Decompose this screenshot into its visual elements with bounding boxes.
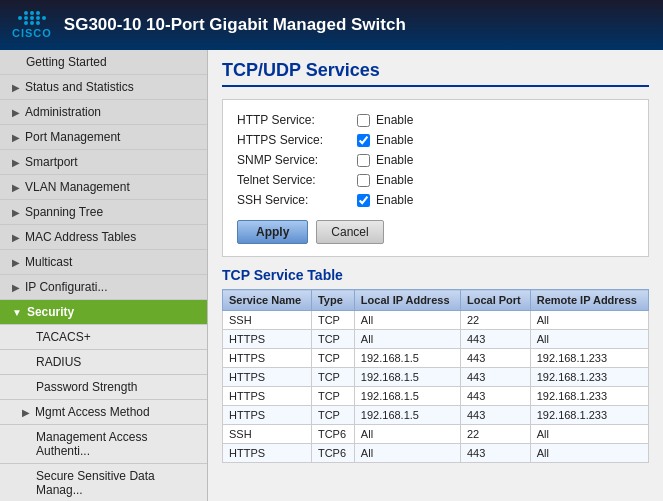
sidebar-item-port-management[interactable]: ▶Port Management xyxy=(0,125,207,150)
sidebar-item-administration[interactable]: ▶Administration xyxy=(0,100,207,125)
table-cell-3-4: 192.168.1.233 xyxy=(530,368,648,387)
sidebar-item-smartport[interactable]: ▶Smartport xyxy=(0,150,207,175)
cisco-logo-area: CISCO xyxy=(12,11,52,39)
page-title: TCP/UDP Services xyxy=(222,60,649,87)
sidebar-arrow-icon: ▶ xyxy=(12,207,20,218)
table-cell-7-2: All xyxy=(354,444,460,463)
table-cell-0-1: TCP xyxy=(311,311,354,330)
sidebar-arrow-icon: ▶ xyxy=(12,107,20,118)
button-row: Apply Cancel xyxy=(237,220,634,244)
apply-button[interactable]: Apply xyxy=(237,220,308,244)
service-enable-text-2: Enable xyxy=(376,153,413,167)
table-cell-2-0: HTTPS xyxy=(223,349,312,368)
service-checkbox-3[interactable] xyxy=(357,174,370,187)
table-cell-4-4: 192.168.1.233 xyxy=(530,387,648,406)
table-cell-1-0: HTTPS xyxy=(223,330,312,349)
cisco-text: CISCO xyxy=(12,27,52,39)
table-cell-2-3: 443 xyxy=(460,349,530,368)
sidebar-item-vlan-management[interactable]: ▶VLAN Management xyxy=(0,175,207,200)
sidebar-item-label: Port Management xyxy=(25,130,120,144)
sidebar-item-label: Status and Statistics xyxy=(25,80,134,94)
sidebar-item-management-access-authenti---[interactable]: Management Access Authenti... xyxy=(0,425,207,464)
table-section-title: TCP Service Table xyxy=(222,267,649,283)
sidebar-item-label: Multicast xyxy=(25,255,72,269)
table-cell-5-2: 192.168.1.5 xyxy=(354,406,460,425)
service-enable-text-0: Enable xyxy=(376,113,413,127)
service-checkbox-1[interactable] xyxy=(357,134,370,147)
service-checkbox-2[interactable] xyxy=(357,154,370,167)
sidebar-item-ip-configurati---[interactable]: ▶IP Configurati... xyxy=(0,275,207,300)
cisco-logo: CISCO xyxy=(12,11,52,39)
sidebar-item-password-strength[interactable]: Password Strength xyxy=(0,375,207,400)
sidebar-arrow-icon: ▶ xyxy=(22,407,30,418)
sidebar-item-mac-address-tables[interactable]: ▶MAC Address Tables xyxy=(0,225,207,250)
services-list: HTTP Service:EnableHTTPS Service:EnableS… xyxy=(237,110,634,210)
sidebar-item-multicast[interactable]: ▶Multicast xyxy=(0,250,207,275)
service-table: Service NameTypeLocal IP AddressLocal Po… xyxy=(222,289,649,463)
table-row: HTTPSTCP192.168.1.5443192.168.1.233 xyxy=(223,368,649,387)
table-cell-1-2: All xyxy=(354,330,460,349)
table-header-3: Local Port xyxy=(460,290,530,311)
table-row: HTTPSTCP6All443All xyxy=(223,444,649,463)
header: CISCO SG300-10 10-Port Gigabit Managed S… xyxy=(0,0,663,50)
cancel-button[interactable]: Cancel xyxy=(316,220,383,244)
table-header-4: Remote IP Address xyxy=(530,290,648,311)
table-cell-5-1: TCP xyxy=(311,406,354,425)
table-cell-7-3: 443 xyxy=(460,444,530,463)
service-checkbox-0[interactable] xyxy=(357,114,370,127)
sidebar-arrow-icon: ▶ xyxy=(12,132,20,143)
table-cell-6-3: 22 xyxy=(460,425,530,444)
service-label-0: HTTP Service: xyxy=(237,113,357,127)
sidebar-item-label: Mgmt Access Method xyxy=(35,405,150,419)
table-row: HTTPSTCP192.168.1.5443192.168.1.233 xyxy=(223,349,649,368)
table-cell-2-2: 192.168.1.5 xyxy=(354,349,460,368)
service-label-4: SSH Service: xyxy=(237,193,357,207)
table-cell-6-4: All xyxy=(530,425,648,444)
sidebar-item-getting-started[interactable]: Getting Started xyxy=(0,50,207,75)
sidebar-item-tacacs-[interactable]: TACACS+ xyxy=(0,325,207,350)
service-label-1: HTTPS Service: xyxy=(237,133,357,147)
sidebar-item-mgmt-access-method[interactable]: ▶Mgmt Access Method xyxy=(0,400,207,425)
table-row: HTTPSTCPAll443All xyxy=(223,330,649,349)
sidebar-item-label: Security xyxy=(27,305,74,319)
table-cell-3-1: TCP xyxy=(311,368,354,387)
service-row-4: SSH Service:Enable xyxy=(237,190,634,210)
sidebar-arrow-icon: ▶ xyxy=(12,257,20,268)
table-cell-0-0: SSH xyxy=(223,311,312,330)
sidebar: Getting Started▶Status and Statistics▶Ad… xyxy=(0,50,208,501)
table-cell-4-0: HTTPS xyxy=(223,387,312,406)
service-enable-text-4: Enable xyxy=(376,193,413,207)
table-cell-7-0: HTTPS xyxy=(223,444,312,463)
table-row: SSHTCP6All22All xyxy=(223,425,649,444)
sidebar-item-status-and-statistics[interactable]: ▶Status and Statistics xyxy=(0,75,207,100)
table-cell-7-4: All xyxy=(530,444,648,463)
table-cell-3-2: 192.168.1.5 xyxy=(354,368,460,387)
service-checkbox-4[interactable] xyxy=(357,194,370,207)
table-cell-0-4: All xyxy=(530,311,648,330)
sidebar-item-radius[interactable]: RADIUS xyxy=(0,350,207,375)
sidebar-item-security[interactable]: ▼Security xyxy=(0,300,207,325)
service-row-2: SNMP Service:Enable xyxy=(237,150,634,170)
sidebar-item-label: RADIUS xyxy=(36,355,81,369)
table-cell-7-1: TCP6 xyxy=(311,444,354,463)
table-cell-0-2: All xyxy=(354,311,460,330)
table-row: HTTPSTCP192.168.1.5443192.168.1.233 xyxy=(223,406,649,425)
layout: Getting Started▶Status and Statistics▶Ad… xyxy=(0,50,663,501)
sidebar-item-label: Administration xyxy=(25,105,101,119)
sidebar-item-secure-sensitive-data-manag---[interactable]: Secure Sensitive Data Manag... xyxy=(0,464,207,501)
table-cell-5-4: 192.168.1.233 xyxy=(530,406,648,425)
sidebar-item-label: Secure Sensitive Data Manag... xyxy=(36,469,199,497)
sidebar-item-label: VLAN Management xyxy=(25,180,130,194)
table-header-1: Type xyxy=(311,290,354,311)
sidebar-arrow-icon: ▶ xyxy=(12,232,20,243)
sidebar-arrow-icon: ▶ xyxy=(12,282,20,293)
sidebar-item-spanning-tree[interactable]: ▶Spanning Tree xyxy=(0,200,207,225)
table-cell-4-1: TCP xyxy=(311,387,354,406)
service-enable-text-1: Enable xyxy=(376,133,413,147)
table-row: HTTPSTCP192.168.1.5443192.168.1.233 xyxy=(223,387,649,406)
sidebar-arrow-icon: ▶ xyxy=(12,157,20,168)
sidebar-item-label: Smartport xyxy=(25,155,78,169)
sidebar-item-label: Getting Started xyxy=(26,55,107,69)
service-row-3: Telnet Service:Enable xyxy=(237,170,634,190)
table-header-2: Local IP Address xyxy=(354,290,460,311)
